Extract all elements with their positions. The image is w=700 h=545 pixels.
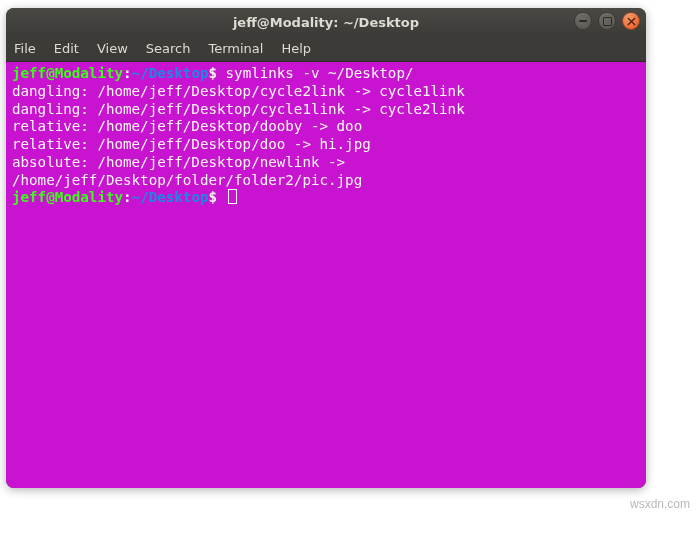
- menu-file[interactable]: File: [14, 41, 36, 56]
- terminal-body[interactable]: jeff@Modality:~/Desktop$ symlinks -v ~/D…: [6, 62, 646, 488]
- menubar: File Edit View Search Terminal Help: [6, 36, 646, 62]
- prompt-dollar: $: [208, 65, 217, 81]
- prompt-path: ~/Desktop: [132, 65, 209, 81]
- menu-edit[interactable]: Edit: [54, 41, 79, 56]
- prompt-sep-colon: :: [123, 65, 132, 81]
- output-line: relative: /home/jeff/Desktop/doo -> hi.j…: [12, 136, 371, 152]
- close-icon[interactable]: [622, 12, 640, 30]
- menu-search[interactable]: Search: [146, 41, 191, 56]
- cursor-icon: [228, 189, 237, 204]
- command-text: symlinks -v ~/Desktop/: [217, 65, 413, 81]
- prompt-sep-colon: :: [123, 189, 132, 205]
- prompt-dollar: $: [208, 189, 217, 205]
- terminal-window: jeff@Modality: ~/Desktop File Edit View …: [6, 8, 646, 488]
- window-title: jeff@Modality: ~/Desktop: [233, 15, 419, 30]
- menu-help[interactable]: Help: [281, 41, 311, 56]
- output-line: dangling: /home/jeff/Desktop/cycle1link …: [12, 101, 465, 117]
- output-line: absolute: /home/jeff/Desktop/newlink -> …: [12, 154, 362, 188]
- prompt-path: ~/Desktop: [132, 189, 209, 205]
- titlebar[interactable]: jeff@Modality: ~/Desktop: [6, 8, 646, 36]
- prompt-userhost: jeff@Modality: [12, 65, 123, 81]
- watermark: wsxdn.com: [630, 497, 690, 511]
- output-line: dangling: /home/jeff/Desktop/cycle2link …: [12, 83, 465, 99]
- maximize-icon[interactable]: [598, 12, 616, 30]
- menu-view[interactable]: View: [97, 41, 128, 56]
- menu-terminal[interactable]: Terminal: [208, 41, 263, 56]
- window-controls: [574, 12, 640, 30]
- minimize-icon[interactable]: [574, 12, 592, 30]
- prompt-userhost: jeff@Modality: [12, 189, 123, 205]
- output-line: relative: /home/jeff/Desktop/dooby -> do…: [12, 118, 362, 134]
